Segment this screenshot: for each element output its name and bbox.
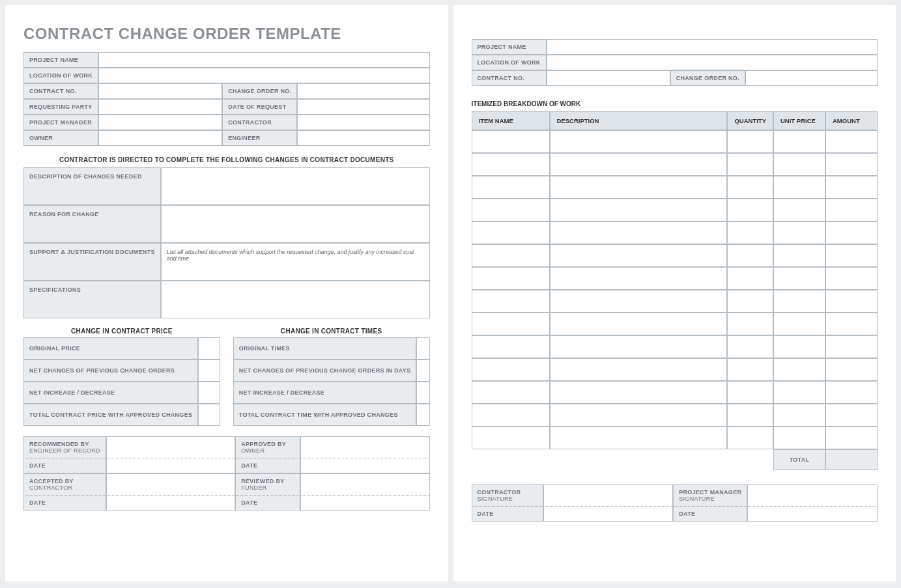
table-cell[interactable] <box>472 404 550 427</box>
reviewed-by-field[interactable] <box>300 473 429 496</box>
table-cell[interactable] <box>773 267 825 290</box>
table-cell[interactable] <box>727 381 773 404</box>
table-cell[interactable] <box>825 313 878 335</box>
table-cell[interactable] <box>550 130 728 153</box>
orig-times-field[interactable] <box>416 337 429 359</box>
table-cell[interactable] <box>825 221 878 244</box>
change-order-no-field-2[interactable] <box>745 70 878 86</box>
table-cell[interactable] <box>550 313 728 335</box>
table-cell[interactable] <box>727 313 773 335</box>
requesting-party-field[interactable] <box>98 99 222 115</box>
table-cell[interactable] <box>773 335 825 358</box>
table-cell[interactable] <box>773 176 825 199</box>
table-cell[interactable] <box>727 267 773 290</box>
rev-date-field[interactable] <box>300 496 429 511</box>
support-field[interactable]: List all attached documents which suppor… <box>161 243 430 281</box>
orig-price-field[interactable] <box>198 337 220 359</box>
table-cell[interactable] <box>825 153 878 176</box>
rec-date-field[interactable] <box>106 458 235 473</box>
table-cell[interactable] <box>472 153 550 176</box>
project-name-field[interactable] <box>98 52 429 68</box>
table-cell[interactable] <box>550 267 728 290</box>
total-times-field[interactable] <box>416 404 429 426</box>
contractor-sig-field[interactable] <box>543 484 674 507</box>
table-cell[interactable] <box>472 221 550 244</box>
contract-no-field-2[interactable] <box>547 70 670 86</box>
table-cell[interactable] <box>825 130 878 153</box>
con-date-field[interactable] <box>543 507 674 522</box>
total-price-field[interactable] <box>198 404 220 426</box>
date-request-field[interactable] <box>297 99 429 115</box>
table-cell[interactable] <box>825 199 878 221</box>
table-cell[interactable] <box>773 130 825 153</box>
table-cell[interactable] <box>550 358 728 381</box>
table-cell[interactable] <box>550 244 728 267</box>
table-cell[interactable] <box>727 244 773 267</box>
recommended-by-field[interactable] <box>106 436 235 458</box>
pm-field[interactable] <box>98 115 222 130</box>
table-cell[interactable] <box>825 244 878 267</box>
table-cell[interactable] <box>472 381 550 404</box>
location-field-2[interactable] <box>547 55 878 70</box>
spec-field[interactable] <box>161 281 430 318</box>
acc-date-field[interactable] <box>106 496 235 511</box>
contract-no-field[interactable] <box>98 83 222 99</box>
table-cell[interactable] <box>550 199 728 221</box>
table-cell[interactable] <box>472 244 550 267</box>
table-cell[interactable] <box>550 335 728 358</box>
net-incdec-times-field[interactable] <box>416 382 429 404</box>
table-cell[interactable] <box>472 267 550 290</box>
total-field[interactable] <box>825 449 878 470</box>
table-cell[interactable] <box>825 404 878 427</box>
table-cell[interactable] <box>472 176 550 199</box>
net-incdec-price-field[interactable] <box>198 382 220 404</box>
table-cell[interactable] <box>472 290 550 313</box>
table-cell[interactable] <box>773 313 825 335</box>
net-prev-times-field[interactable] <box>416 359 429 382</box>
contractor-field[interactable] <box>297 115 429 130</box>
table-cell[interactable] <box>472 130 550 153</box>
table-cell[interactable] <box>727 199 773 221</box>
table-cell[interactable] <box>550 290 728 313</box>
table-cell[interactable] <box>727 290 773 313</box>
table-cell[interactable] <box>727 358 773 381</box>
table-cell[interactable] <box>825 358 878 381</box>
table-cell[interactable] <box>825 381 878 404</box>
project-name-field-2[interactable] <box>547 39 878 55</box>
table-cell[interactable] <box>472 335 550 358</box>
table-cell[interactable] <box>472 199 550 221</box>
table-cell[interactable] <box>472 358 550 381</box>
table-cell[interactable] <box>825 290 878 313</box>
table-cell[interactable] <box>550 427 728 449</box>
table-cell[interactable] <box>550 381 728 404</box>
table-cell[interactable] <box>550 153 728 176</box>
desc-changes-field[interactable] <box>161 167 430 205</box>
table-cell[interactable] <box>727 427 773 449</box>
table-cell[interactable] <box>773 427 825 449</box>
net-prev-price-field[interactable] <box>198 359 220 382</box>
table-cell[interactable] <box>727 335 773 358</box>
table-cell[interactable] <box>727 153 773 176</box>
table-cell[interactable] <box>773 153 825 176</box>
table-cell[interactable] <box>825 335 878 358</box>
reason-field[interactable] <box>161 205 430 243</box>
app-date-field[interactable] <box>300 458 429 473</box>
pm-sig-field[interactable] <box>747 484 878 507</box>
table-cell[interactable] <box>472 313 550 335</box>
pm-date-field[interactable] <box>747 507 878 522</box>
table-cell[interactable] <box>825 267 878 290</box>
table-cell[interactable] <box>773 244 825 267</box>
accepted-by-field[interactable] <box>106 473 235 496</box>
table-cell[interactable] <box>825 427 878 449</box>
table-cell[interactable] <box>825 176 878 199</box>
table-cell[interactable] <box>773 404 825 427</box>
table-cell[interactable] <box>773 199 825 221</box>
table-cell[interactable] <box>550 404 728 427</box>
table-cell[interactable] <box>773 290 825 313</box>
table-cell[interactable] <box>727 176 773 199</box>
table-cell[interactable] <box>773 358 825 381</box>
table-cell[interactable] <box>727 130 773 153</box>
approved-by-field[interactable] <box>300 436 429 458</box>
owner-field[interactable] <box>98 130 222 146</box>
table-cell[interactable] <box>773 381 825 404</box>
